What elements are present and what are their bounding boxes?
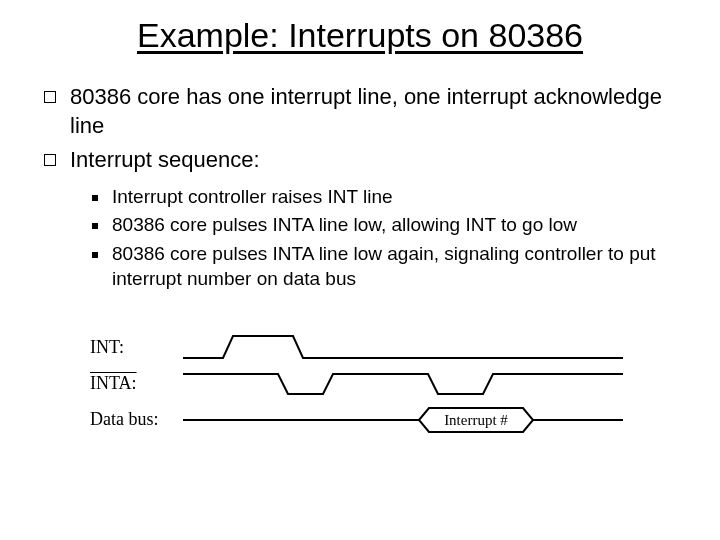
- databus-value-label: Interrupt #: [444, 412, 508, 428]
- list-item: Interrupt controller raises INT line: [92, 185, 680, 210]
- signal-row-inta: INTA:: [90, 366, 630, 402]
- dot-bullet-icon: [92, 252, 98, 258]
- list-item: 80386 core has one interrupt line, one i…: [44, 83, 680, 140]
- bullet-list: 80386 core has one interrupt line, one i…: [40, 83, 680, 292]
- dot-bullet-icon: [92, 195, 98, 201]
- signal-label: INT:: [90, 337, 176, 358]
- signal-label: Data bus:: [90, 409, 176, 430]
- list-item-text: 80386 core pulses INTA line low, allowin…: [112, 213, 680, 238]
- signal-waveform-int: [176, 330, 630, 366]
- list-item: 80386 core pulses INTA line low again, s…: [92, 242, 680, 291]
- signal-row-databus: Data bus: Interrupt #: [90, 402, 630, 438]
- list-item: 80386 core pulses INTA line low, allowin…: [92, 213, 680, 238]
- signal-waveform-databus: Interrupt #: [176, 402, 630, 438]
- signal-row-int: INT:: [90, 330, 630, 366]
- dot-bullet-icon: [92, 223, 98, 229]
- list-item-text: 80386 core has one interrupt line, one i…: [70, 83, 680, 140]
- sub-bullet-list: Interrupt controller raises INT line 803…: [44, 185, 680, 292]
- signal-waveform-inta: [176, 366, 630, 402]
- list-item-text: 80386 core pulses INTA line low again, s…: [112, 242, 680, 291]
- list-item-text: Interrupt sequence:: [70, 146, 680, 175]
- square-bullet-icon: [44, 91, 56, 103]
- signal-label-overline: INTA:: [90, 373, 176, 394]
- square-bullet-icon: [44, 154, 56, 166]
- list-item: Interrupt sequence:: [44, 146, 680, 175]
- timing-diagram: INT: INTA: Data bus: Interrupt #: [40, 330, 680, 438]
- list-item-text: Interrupt controller raises INT line: [112, 185, 680, 210]
- slide-title: Example: Interrupts on 80386: [40, 16, 680, 55]
